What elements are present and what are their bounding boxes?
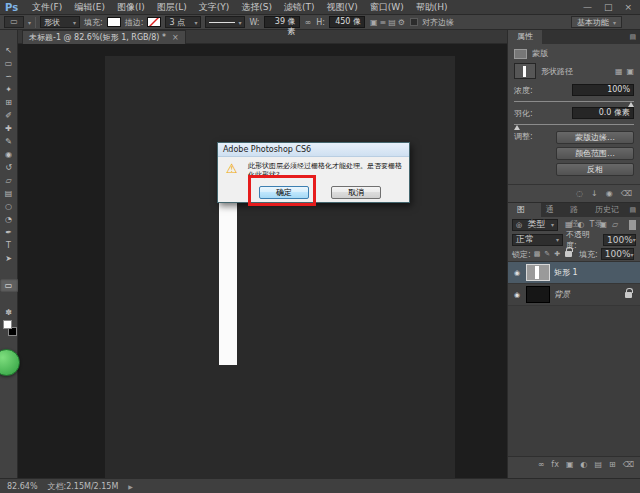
visibility-eye-icon[interactable]: ◉ [512,291,522,299]
add-pixel-mask-icon[interactable]: ▦ [615,67,623,76]
document-tab[interactable]: 未标题-1 @ 82.6%(矩形 1, RGB/8) * × [22,30,186,44]
delete-layer-icon[interactable]: ⌫ [623,460,634,469]
menu-item[interactable]: 视图(V) [321,1,364,14]
feather-field[interactable]: 0.0 像素 [572,107,634,119]
hand-tool[interactable]: ✽ [0,306,18,319]
minimize-icon[interactable]: — [583,2,592,12]
history-brush-tool[interactable]: ↺ [0,161,18,174]
tool-preset-icon[interactable]: ▭ [4,16,24,28]
pen-tool[interactable]: ✒ [0,226,18,239]
foreground-color-swatch[interactable] [3,320,12,329]
panel-menu-icon[interactable]: ▤ [629,206,640,214]
tab-properties[interactable]: 属性 [508,30,542,44]
menu-item[interactable]: 窗口(W) [364,1,410,14]
blur-tool[interactable]: ○ [0,200,18,213]
path-arrangement-icon[interactable]: ▤ [387,18,397,27]
lock-pixels-icon[interactable]: ✎ [544,250,550,258]
load-selection-icon[interactable]: ◌ [576,189,583,198]
filter-kind-select[interactable]: ◎ 类型 ▾ [512,219,558,231]
add-mask-icon[interactable]: ▣ [566,460,574,469]
filter-shape-icon[interactable]: ▣ [599,220,607,229]
apply-mask-icon[interactable]: ↓ [591,189,598,198]
density-slider[interactable] [514,101,634,102]
opacity-select[interactable]: 100%▾ [603,234,636,246]
feather-slider[interactable] [514,124,634,125]
status-expand-icon[interactable]: ▶ [128,483,133,490]
delete-mask-icon[interactable]: ⌫ [621,189,632,198]
menu-item[interactable]: 编辑(E) [68,1,111,14]
tool-mode-select[interactable]: 形状▾ [40,16,80,28]
brush-tool[interactable]: ✎ [0,135,18,148]
lock-transparency-icon[interactable]: ▩ [534,250,541,258]
panel-menu-icon[interactable]: ▤ [629,33,640,41]
link-dimensions-icon[interactable]: ∞ [304,18,313,27]
density-field[interactable]: 100% [572,84,634,96]
layer-thumbnail[interactable] [526,286,550,303]
zoom-level-field[interactable]: 82.64% [7,482,38,491]
eyedropper-tool[interactable]: ✐ [0,109,18,122]
blend-mode-select[interactable]: 正常▾ [512,234,563,246]
workspace-switcher[interactable]: 基本功能▾ [571,16,622,28]
shape-width-field[interactable]: 39 像素 [264,16,300,28]
menu-item[interactable]: 文件(F) [26,1,68,14]
menu-item[interactable]: 滤镜(T) [278,1,321,14]
align-edges-checkbox[interactable] [410,18,418,26]
layer-style-icon[interactable]: fx [551,460,559,469]
layer-row-background[interactable]: ◉ 背景 [508,284,640,306]
gradient-tool[interactable]: ▤ [0,187,18,200]
adjust-button[interactable]: 反相 [556,163,634,176]
filter-smart-object-icon[interactable]: ▱ [612,220,618,229]
marquee-tool[interactable]: ▭ [0,57,18,70]
new-layer-icon[interactable]: ⊞ [609,460,616,469]
gear-icon[interactable]: ⚙ [397,18,406,27]
adjust-button[interactable]: 颜色范围… [556,147,634,160]
move-tool[interactable]: ↖ [0,44,18,57]
menu-item[interactable]: 帮助(H) [410,1,454,14]
lock-position-icon[interactable]: ✚ [554,250,560,258]
lasso-tool[interactable]: ∽ [0,70,18,83]
lock-all-icon[interactable] [565,251,572,257]
rectangle-tool[interactable]: ▭ [0,279,18,292]
stroke-swatch[interactable] [147,17,161,27]
clone-stamp-tool[interactable]: ◉ [0,148,18,161]
layer-thumbnail[interactable] [526,264,550,281]
rectangle-shape[interactable] [219,203,237,365]
filter-toggle-icon[interactable] [629,220,636,230]
menu-item[interactable]: 图像(I) [111,1,151,14]
healing-brush-tool[interactable]: ✚ [0,122,18,135]
eraser-tool[interactable]: ▱ [0,174,18,187]
tab-channels[interactable]: 通道 [541,203,566,217]
shape-path-thumbnail[interactable] [514,63,536,79]
layer-fill-select[interactable]: 100%▾ [601,248,634,260]
toggle-mask-icon[interactable]: ◉ [606,189,613,198]
close-tab-icon[interactable]: × [172,33,179,42]
visibility-eye-icon[interactable]: ◉ [512,269,522,277]
tab-paths[interactable]: 路径 [565,203,590,217]
fill-swatch[interactable] [107,17,121,27]
path-operations-icon[interactable]: ▣ [369,18,379,27]
restore-icon[interactable]: □ [604,2,613,12]
dodge-tool[interactable]: ◔ [0,213,18,226]
quick-selection-tool[interactable]: ✦ [0,83,18,96]
add-vector-mask-icon[interactable]: ▣ [626,67,634,76]
type-tool[interactable]: T [0,239,18,252]
dialog-title[interactable]: Adobe Photoshop CS6 [218,143,409,157]
crop-tool[interactable]: ⊞ [0,96,18,109]
layer-name[interactable]: 矩形 1 [554,267,578,278]
layer-name[interactable]: 背景 [554,289,570,300]
tool-preset-caret-icon[interactable]: ▾ [28,19,31,26]
shape-height-field[interactable]: 450 像 [329,16,365,28]
path-selection-tool[interactable]: ➤ [0,252,18,265]
close-icon[interactable]: × [624,2,632,12]
layer-row-rectangle[interactable]: ◉ 矩形 1 [508,262,640,284]
tab-history[interactable]: 历史记录 [590,203,629,217]
path-alignment-icon[interactable]: ≡ [379,18,388,27]
stroke-width-select[interactable]: 3 点▾ [165,16,201,28]
cancel-button[interactable]: 取消 [331,186,381,199]
canvas[interactable] [105,56,455,478]
menu-item[interactable]: 选择(S) [235,1,278,14]
stroke-type-select[interactable]: ▾ [205,16,245,28]
new-group-icon[interactable]: ▤ [594,460,602,469]
link-layers-icon[interactable]: ∞ [538,460,545,469]
adjust-button[interactable]: 蒙版边缘… [556,131,634,144]
